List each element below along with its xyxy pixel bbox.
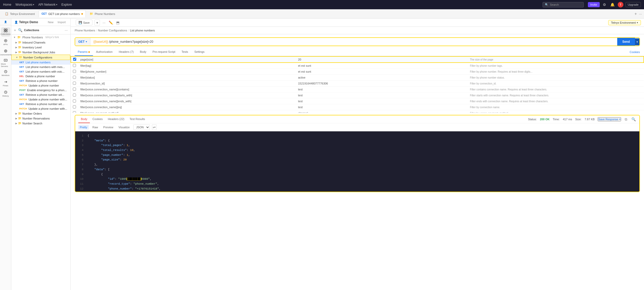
param-checkbox-starts[interactable] — [73, 93, 76, 97]
settings-icon[interactable]: ⚙ — [602, 2, 607, 7]
sidebar-item-list-phone[interactable]: GET List phone numbers — [11, 60, 70, 65]
tab-headers[interactable]: Headers (7) — [116, 48, 137, 56]
breadcrumb-num-config[interactable]: Number Configurations — [98, 29, 127, 32]
sidebar-icon-monitors[interactable]: Monitors — [1, 69, 10, 78]
tab-prerequest[interactable]: Pre-request Script — [149, 48, 178, 56]
resp-tab-test-results[interactable]: Test Results — [127, 115, 148, 123]
invite-button[interactable]: Invite — [588, 2, 600, 7]
add-collection-button[interactable]: + — [13, 28, 16, 33]
sidebar-item-retrieve-phone-with[interactable]: GET Retrieve a phone number wit... — [11, 92, 70, 97]
more-actions-button[interactable]: ··· — [102, 20, 106, 25]
param-checkbox-filterstatus[interactable] — [73, 76, 76, 79]
resp-tab-cookies[interactable]: Cookies — [90, 115, 105, 123]
word-wrap-button[interactable]: ⇌ — [152, 124, 157, 130]
send-dropdown-button[interactable]: ▾ — [635, 38, 639, 45]
environment-selector[interactable]: Telnyx Environment ▾ — [608, 20, 641, 25]
search-bar[interactable]: 🔍 Search — [543, 2, 584, 7]
nav-api-network[interactable]: API Network ▾ — [38, 3, 57, 6]
nav-explore[interactable]: Explore — [62, 3, 72, 6]
param-checkbox-filterphone[interactable] — [73, 70, 76, 73]
sidebar-icon-flows[interactable]: Flows — [1, 79, 10, 88]
view-preview-button[interactable]: Preview — [102, 125, 115, 130]
param-checkbox-ends[interactable] — [73, 99, 76, 103]
list-phone-mes-label: List phone numbers with mes... — [26, 65, 65, 69]
sidebar-item-retrieve-phone[interactable]: GET Retrieve a phone number — [11, 79, 70, 83]
tab-tests[interactable]: Tests — [178, 48, 191, 56]
copy-response-button[interactable]: ⧉ — [624, 117, 628, 122]
folder-icon: 📁 — [18, 41, 22, 44]
folder-icon: 📁 — [18, 117, 22, 120]
tab-authorization[interactable]: Authorization — [93, 48, 116, 56]
save-button[interactable]: 💾 New Save — [76, 20, 92, 25]
save-more-button[interactable]: ▾ — [95, 20, 100, 26]
share-button[interactable]: ⬒ — [116, 20, 120, 25]
nav-workspaces[interactable]: Workspaces ▾ — [15, 3, 34, 6]
view-raw-button[interactable]: Raw — [91, 125, 100, 130]
import-button[interactable]: Import — [56, 20, 67, 24]
sidebar-item-list-phone-mes[interactable]: GET List phone numbers with mes... — [11, 65, 70, 69]
more-tabs-button[interactable]: ··· — [639, 12, 642, 16]
nav-home[interactable]: Home — [3, 3, 11, 6]
param-checkbox-filtertag[interactable] — [73, 64, 76, 67]
url-input[interactable]: {{baseUrl}} /phone_numbers?page[size]=20 — [90, 38, 617, 46]
upgrade-button[interactable]: Upgrade — [625, 2, 641, 7]
tab-phone-numbers[interactable]: 📁 Phone Numbers — [87, 10, 118, 18]
param-desc-starts: Filter starts with connection name. Requ… — [468, 92, 644, 98]
sidebar-item-num-config[interactable]: ▼ 📁 Number Configurations — [11, 55, 70, 60]
format-selector[interactable]: JSON XML Text — [133, 124, 150, 130]
sidebar-item-num-orders[interactable]: ▶ 📁 Number Orders — [11, 111, 70, 116]
sidebar-item-list-phone-voice[interactable]: GET List phone numbers with voic... — [11, 69, 70, 74]
resp-tab-body[interactable]: Body — [78, 115, 90, 123]
sidebar-icon-environments[interactable]: Environments — [1, 48, 10, 57]
sidebar-item-inventory[interactable]: ▶ 📁 Inventory Level — [11, 45, 70, 50]
view-visualize-button[interactable]: Visualize — [117, 125, 131, 130]
sidebar-icon-collections[interactable]: Collections — [1, 27, 10, 37]
sidebar-item-num-search[interactable]: ▶ 📁 Number Search — [11, 121, 70, 126]
breadcrumb-phone-numbers[interactable]: Phone Numbers — [75, 29, 95, 32]
add-tab-button[interactable]: + — [633, 12, 638, 16]
param-checkbox-eq[interactable] — [73, 105, 76, 108]
phone-numbers-label: Phone Numbers — [22, 36, 43, 39]
sidebar-item-delete-phone[interactable]: DEL Delete a phone number — [11, 74, 70, 79]
delete-phone-label: Delete a phone number — [25, 75, 55, 78]
sidebar-item-num-reservations[interactable]: ▶ 📁 Number Reservations — [11, 116, 70, 121]
more-options-button[interactable]: ··· — [64, 28, 68, 33]
view-pretty-button[interactable]: Pretty — [78, 125, 89, 130]
tab-params[interactable]: Params — [75, 48, 93, 56]
param-val-ends: test — [296, 98, 468, 104]
tab-telnyx-environment[interactable]: 📋 Telnyx Environment — [2, 10, 38, 18]
sidebar-item-inbound[interactable]: ▶ 📁 Inbound Channels — [11, 40, 70, 45]
tab-get-list[interactable]: GET GET List phone numbers — [39, 10, 86, 18]
new-button[interactable]: New — [46, 20, 55, 24]
get-method-badge: GET — [19, 79, 25, 82]
sidebar-item-update-phone[interactable]: PATCH Update a phone number — [11, 83, 70, 88]
param-checkbox-contains[interactable] — [73, 88, 76, 91]
sidebar-icon-mock-servers[interactable]: Mock Servers — [1, 58, 10, 67]
sidebar-item-enable-emergency[interactable]: POST Enable emergency for a phon... — [11, 88, 70, 92]
tab-settings[interactable]: Settings — [191, 48, 208, 56]
send-button[interactable]: Send — [617, 38, 635, 46]
cookies-link[interactable]: Cookies — [630, 50, 640, 54]
phone-numbers-root[interactable]: ▼ 📁 Phone Numbers telnyx's fork — [11, 35, 70, 40]
tab-body[interactable]: Body — [137, 48, 149, 56]
edit-button[interactable]: ✏️ — [108, 20, 114, 25]
param-checkbox-usage[interactable] — [73, 111, 76, 113]
save-response-button[interactable]: Save Response ▾ — [598, 117, 621, 121]
resp-tab-headers[interactable]: Headers (22) — [105, 115, 127, 123]
search-collections-button[interactable]: 🔍 — [18, 28, 23, 33]
param-checkbox-pagesize[interactable] — [73, 58, 76, 61]
search-response-button[interactable]: 🔍 — [631, 117, 636, 122]
collections-label: Collections — [1, 33, 11, 35]
avatar[interactable]: T — [618, 2, 623, 7]
folder-icon: 📁 — [19, 56, 22, 59]
sidebar-icon-apis[interactable]: APIs — [1, 38, 10, 47]
sidebar-item-retrieve-phone-with2[interactable]: GET Retrieve a phone number wit... — [11, 102, 70, 106]
method-selector[interactable]: GET ▾ — [75, 38, 90, 46]
notification-icon[interactable]: 🔔 — [609, 2, 616, 7]
sidebar-icon-history[interactable]: History — [1, 89, 10, 98]
param-checkbox-filterconn[interactable] — [73, 82, 76, 85]
post-method-badge: POST — [19, 89, 27, 92]
sidebar-item-update-phone-with[interactable]: PATCH Update a phone number with... — [11, 97, 70, 102]
sidebar-item-background-jobs[interactable]: ▶ 📁 Number Background Jobs — [11, 50, 70, 55]
sidebar-item-update-phone-with2[interactable]: PATCH Update a phone number with... — [11, 106, 70, 111]
